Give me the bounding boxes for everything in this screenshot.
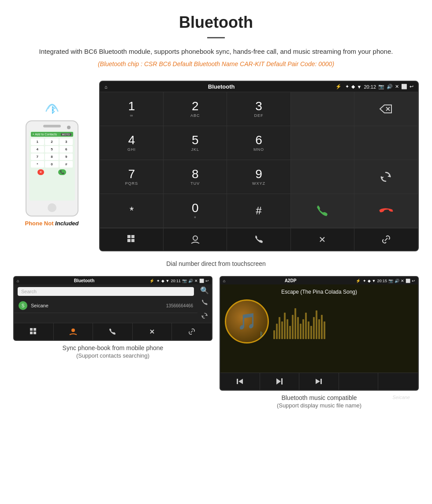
specs-text: (Bluetooth chip : CSR BC6 Default Blueto… (26, 60, 406, 67)
pb-toolbar-bt-btn[interactable] (133, 323, 172, 340)
dial-key-4[interactable]: 4GHI (100, 126, 164, 160)
dial-key-star[interactable]: * (100, 194, 164, 228)
music-viz-bar (284, 313, 286, 339)
phone-key-2: 2 (45, 138, 59, 145)
pb-bt-icon: ✦ (156, 279, 160, 283)
dial-call-red-btn[interactable] (354, 194, 418, 228)
phonebook-search-bar[interactable]: Search (18, 287, 194, 296)
dial-key-3[interactable]: 3DEF (227, 92, 290, 126)
svg-marker-21 (316, 379, 320, 384)
dial-toolbar-bt-btn[interactable] (291, 228, 354, 250)
phone-not-included-label: Phone Not Included (25, 220, 78, 227)
dial-key-2[interactable]: 2ABC (164, 92, 227, 126)
ms-title: A2DP (227, 278, 353, 283)
description-text: Integrated with BC6 Bluetooth module, su… (26, 46, 406, 57)
dial-refresh-btn[interactable] (354, 160, 418, 194)
ms-cam-icon: 📷 (388, 279, 393, 283)
phonebook-caption-sub: (Support contacts searching) (13, 352, 212, 359)
pb-sync-icon[interactable] (201, 312, 208, 321)
contact-name: Seicane (31, 303, 166, 308)
dial-toolbar-link-btn[interactable] (354, 228, 418, 250)
music-empty-2 (378, 373, 418, 390)
dial-key-9[interactable]: 9WXYZ (227, 160, 290, 194)
phone-image-container: ᛒ + Add to Contacts MOTO 1 2 3 4 (13, 81, 90, 227)
ms-bt-icon: ✦ (363, 279, 366, 283)
svg-marker-10 (205, 314, 208, 316)
svg-point-9 (193, 236, 197, 240)
ms-home-icon[interactable]: ⌂ (223, 279, 225, 283)
pb-toolbar-grid-btn[interactable] (14, 323, 54, 340)
svg-marker-11 (201, 316, 204, 317)
contact-letter-badge: S (19, 301, 27, 310)
music-next-btn[interactable] (299, 373, 339, 390)
music-caption-sub: (Support display music file name) (220, 402, 419, 409)
ms-vol-icon: 🔊 (395, 279, 399, 283)
dial-screen-statusbar: ⌂ Bluetooth ⚡ ✦ ◆ ▼ 20:12 📷 🔊 ✕ ⬜ ↩ (100, 82, 418, 92)
pb-home-icon[interactable]: ⌂ (17, 279, 19, 283)
status-time: 20:12 (364, 84, 376, 90)
pb-call-icon[interactable] (201, 299, 208, 308)
dial-key-7[interactable]: 7PQRS (100, 160, 164, 194)
pb-back-icon[interactable]: ↩ (205, 279, 209, 283)
dial-key-1[interactable]: 1∞ (100, 92, 164, 126)
dial-toolbar-grid-btn[interactable] (100, 228, 164, 250)
phone-key-0: 0 (45, 161, 59, 168)
dial-toolbar-contact-btn[interactable] (164, 228, 227, 250)
pb-cam-icon: 📷 (182, 279, 187, 283)
dial-key-0[interactable]: 0+ (164, 194, 227, 228)
status-back-icon[interactable]: ↩ (410, 84, 413, 90)
music-playpause-btn[interactable] (260, 373, 300, 390)
music-viz-bar (289, 326, 291, 339)
ms-close-icon[interactable]: ✕ (401, 279, 404, 283)
pb-toolbar-phone-btn[interactable] (93, 323, 133, 340)
status-home-icon[interactable]: ⌂ (104, 84, 108, 90)
music-controls (220, 373, 418, 390)
music-viz-bar (308, 321, 309, 339)
status-close-icon[interactable]: ✕ (395, 84, 399, 90)
dial-key-5[interactable]: 5JKL (164, 126, 227, 160)
svg-rect-7 (127, 239, 130, 242)
pb-win-icon[interactable]: ⬜ (199, 279, 204, 283)
phone-key-3: 3 (60, 138, 73, 145)
music-viz-bar (310, 326, 312, 339)
svg-text:ᛒ: ᛒ (50, 105, 55, 115)
dial-backspace-btn[interactable] (354, 92, 418, 126)
music-viz-bar (287, 319, 288, 339)
pb-toolbar-contact-active-btn[interactable] (54, 323, 93, 340)
pb-toolbar-link-btn[interactable] (172, 323, 212, 340)
music-screen-body: Escape (The Pina Colada Song) 🎵 ᛒ (220, 284, 418, 373)
ms-back-icon[interactable]: ↩ (412, 279, 415, 283)
phone-key-6: 6 (60, 146, 73, 153)
music-viz-bar (318, 319, 320, 339)
main-dial-section: ᛒ + Add to Contacts MOTO 1 2 3 4 (0, 72, 432, 256)
pb-search-icon[interactable]: 🔍 (200, 286, 209, 295)
phone-home-btn (48, 203, 56, 212)
phonebook-contact-item[interactable]: S Seicane 13566664466 (14, 299, 197, 313)
phone-included-text: Included (55, 220, 78, 227)
music-prev-btn[interactable] (220, 373, 260, 390)
divider (207, 37, 225, 38)
ms-win-icon[interactable]: ⬜ (406, 279, 410, 283)
phone-add-contacts-bar: + Add to Contacts MOTO (31, 132, 73, 137)
phone-speaker (43, 125, 61, 127)
dial-key-hash[interactable]: # (227, 194, 290, 228)
music-viz-bar (297, 317, 299, 339)
phonebook-side-icons: 🔍 (197, 284, 212, 323)
dial-empty-4 (291, 160, 354, 194)
phonebook-caption-main: Sync phone-book from mobile phone (13, 341, 212, 352)
music-screenshot-block: ⌂ A2DP ⚡ ✦ ◆ ▼ 20:15 📷 🔊 ✕ ⬜ ↩ (220, 276, 419, 409)
music-song-title: Escape (The Pina Colada Song) (281, 289, 357, 295)
svg-rect-15 (34, 332, 36, 334)
music-empty-1 (339, 373, 379, 390)
dial-toolbar-phone-btn[interactable] (227, 228, 290, 250)
status-window-icon[interactable]: ⬜ (401, 84, 407, 90)
dial-key-6[interactable]: 6MNO (227, 126, 290, 160)
dial-toolbar (100, 228, 418, 250)
pb-loc-icon: ◆ (161, 279, 164, 283)
svg-rect-20 (281, 378, 283, 385)
phone-key-1: 1 (31, 138, 45, 145)
pb-close-icon[interactable]: ✕ (194, 279, 198, 283)
dial-call-green-btn[interactable] (291, 194, 354, 228)
bluetooth-signal-icon: ᛒ (41, 94, 63, 116)
dial-key-8[interactable]: 8TUV (164, 160, 227, 194)
